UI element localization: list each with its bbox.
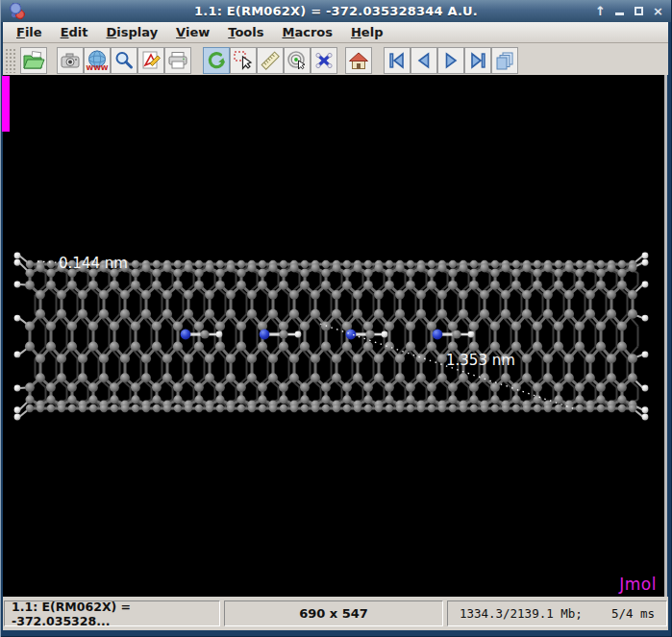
menu-view[interactable]: View (168, 23, 217, 41)
print-button[interactable] (164, 47, 191, 74)
export-web-button[interactable]: WWW (84, 47, 111, 74)
select-button[interactable] (230, 47, 257, 74)
statusbar: 1.1: E(RM062X) = -372.035328... 690 x 54… (3, 597, 668, 630)
toolbar-grip[interactable] (5, 48, 16, 73)
svg-text:WWW: WWW (86, 63, 108, 71)
export-image-button[interactable] (57, 47, 84, 74)
rotate-icon (205, 49, 228, 72)
first-frame-icon (386, 49, 409, 72)
status-memory: 1334.3/2139.1 Mb; 5/4 ms (447, 600, 667, 626)
menu-file[interactable]: File (9, 23, 50, 41)
measurement-label-1: 0.144 nm (59, 255, 128, 272)
select-cursor-icon (232, 49, 255, 72)
last-frame-icon (466, 49, 489, 72)
previous-frame-button[interactable] (411, 47, 437, 74)
home-icon (347, 49, 370, 72)
open-file-button[interactable] (20, 47, 47, 74)
first-frame-button[interactable] (384, 47, 411, 74)
measurement-label-2: 1.353 nm (446, 352, 515, 369)
animation-frames-button[interactable] (491, 47, 518, 74)
atom-bonds-icon (312, 49, 336, 72)
script-editor-button[interactable] (137, 47, 164, 74)
animation-frames-icon (493, 49, 516, 72)
printer-icon (166, 49, 189, 72)
measure-button[interactable] (257, 47, 284, 74)
titlebar: 1.1: E(RM062X) = -372.035328344 A.U. ↑ × (1, 0, 671, 22)
ruler-icon (259, 49, 282, 72)
last-frame-button[interactable] (464, 47, 491, 74)
menu-help[interactable]: Help (343, 23, 390, 41)
maximize-icon (635, 7, 643, 15)
jmol-watermark: Jmol (619, 575, 657, 594)
recenter-button[interactable] (284, 47, 311, 74)
window-title: 1.1: E(RM062X) = -372.035328344 A.U. (1, 4, 671, 18)
window-controls: ↑ × (594, 0, 664, 22)
jmol-window: 1.1: E(RM062X) = -372.035328344 A.U. ↑ ×… (0, 0, 672, 637)
menubar: File Edit Display View Tools Macros Help (3, 22, 668, 43)
close-button[interactable]: × (652, 4, 664, 18)
menu-display[interactable]: Display (99, 23, 166, 41)
toolbar: WWW (3, 43, 668, 75)
render-search-button[interactable] (111, 47, 137, 74)
status-dimensions: 690 x 547 (224, 600, 443, 626)
progress-strip (2, 76, 10, 132)
previous-frame-icon (412, 49, 436, 72)
minimize-icon (615, 12, 624, 15)
next-frame-button[interactable] (437, 47, 464, 74)
target-cursor-icon (286, 49, 309, 72)
shade-button[interactable]: ↑ (594, 4, 607, 18)
magnifier-icon (112, 49, 136, 72)
nanotube-model: 0.144 nm 1.353 nm (3, 75, 664, 597)
status-model-energy: 1.1: E(RM062X) = -372.035328... (4, 600, 220, 626)
home-button[interactable] (345, 47, 372, 74)
menu-macros[interactable]: Macros (274, 23, 340, 41)
rotate-button[interactable] (203, 47, 230, 74)
menu-tools[interactable]: Tools (220, 23, 271, 41)
jmol-app-icon (9, 2, 27, 20)
maximize-button[interactable] (633, 4, 645, 18)
menu-edit[interactable]: Edit (53, 23, 96, 41)
open-folder-icon (22, 49, 45, 72)
camera-icon (59, 49, 82, 72)
minimize-button[interactable] (613, 4, 626, 18)
next-frame-icon (439, 49, 462, 72)
web-globe-icon: WWW (86, 49, 109, 72)
viewport-3d[interactable]: 0.144 nm 1.353 nm Jmol (3, 75, 667, 597)
script-editor-icon (139, 49, 162, 72)
atom-bonds-button[interactable] (311, 47, 337, 74)
